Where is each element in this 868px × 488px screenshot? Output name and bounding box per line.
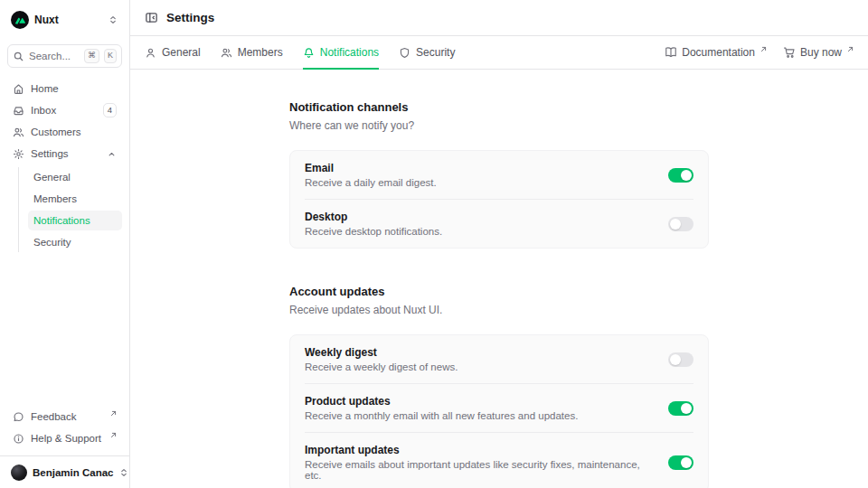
setting-title: Weekly digest xyxy=(305,346,646,359)
setting-description: Receive desktop notifications. xyxy=(305,226,646,237)
product-updates-toggle[interactable] xyxy=(668,401,693,416)
setting-title: Product updates xyxy=(305,395,646,408)
setting-row-product-updates: Product updates Receive a monthly email … xyxy=(305,383,693,432)
search-input[interactable]: Search... ⌘ K xyxy=(7,44,122,68)
setting-row-desktop: Desktop Receive desktop notifications. xyxy=(305,199,693,248)
section-description: Receive updates about Nuxt UI. xyxy=(289,304,709,316)
sidebar-item-help-support[interactable]: Help & Support xyxy=(7,428,122,448)
chevron-expand-icon xyxy=(118,467,129,478)
info-circle-icon xyxy=(13,433,24,445)
user-avatar xyxy=(11,465,27,481)
section-title: Account updates xyxy=(289,285,709,298)
sidebar-item-inbox[interactable]: Inbox 4 xyxy=(7,100,122,120)
chevron-expand-icon xyxy=(108,14,118,25)
search-placeholder: Search... xyxy=(29,51,80,61)
settings-tabbar: General Members Notifications Security xyxy=(130,36,868,70)
chevron-up-icon xyxy=(107,149,117,159)
section-title: Notification channels xyxy=(289,100,709,114)
user-name: Benjamin Canac xyxy=(33,467,113,478)
settings-content: Notification channels Where can we notif… xyxy=(130,70,868,488)
setting-row-weekly-digest: Weekly digest Receive a weekly digest of… xyxy=(305,335,693,383)
documentation-link[interactable]: Documentation xyxy=(665,46,767,59)
shopping-cart-icon xyxy=(783,46,796,59)
sidebar-spacer xyxy=(7,252,122,407)
sidebar-item-feedback[interactable]: Feedback xyxy=(7,407,122,427)
section-notification-channels: Notification channels Where can we notif… xyxy=(289,100,709,249)
settings-gear-icon xyxy=(13,148,24,160)
buy-now-link[interactable]: Buy now xyxy=(783,46,854,59)
weekly-digest-toggle[interactable] xyxy=(668,352,693,367)
setting-title: Important updates xyxy=(305,444,646,456)
inbox-count-badge: 4 xyxy=(103,103,117,117)
setting-description: Receive a weekly digest of news. xyxy=(305,361,646,372)
bell-icon xyxy=(303,47,315,59)
setting-description: Receive emails about important updates l… xyxy=(305,459,646,481)
external-link-icon xyxy=(847,42,854,55)
kbd-meta: ⌘ xyxy=(84,49,99,63)
home-icon xyxy=(13,83,24,95)
settings-card: Weekly digest Receive a weekly digest of… xyxy=(289,334,709,488)
toggle-knob xyxy=(681,457,692,468)
main-area: Settings General Members Notifications xyxy=(130,0,868,488)
email-toggle[interactable] xyxy=(668,168,693,183)
search-icon xyxy=(13,51,24,62)
workspace-name: Nuxt xyxy=(34,14,102,26)
inbox-icon xyxy=(13,105,24,117)
sidebar-item-settings-general[interactable]: General xyxy=(28,167,122,187)
sidebar-divider xyxy=(0,455,129,456)
sidebar-item-settings-notifications[interactable]: Notifications xyxy=(28,211,122,230)
sidebar-nav: Home Inbox 4 Customers Settings xyxy=(7,79,122,252)
important-updates-toggle[interactable] xyxy=(668,455,693,470)
tab-security[interactable]: Security xyxy=(399,36,455,69)
user-menu[interactable]: Benjamin Canac xyxy=(7,463,122,483)
external-link-icon xyxy=(110,408,117,418)
sidebar-footer: Feedback Help & Support xyxy=(7,407,122,448)
page-title: Settings xyxy=(166,11,214,24)
tab-notifications[interactable]: Notifications xyxy=(303,36,379,69)
desktop-toggle[interactable] xyxy=(668,217,693,231)
toggle-knob xyxy=(670,354,681,365)
tab-members[interactable]: Members xyxy=(221,36,283,69)
setting-row-important-updates: Important updates Receive emails about i… xyxy=(305,432,693,488)
setting-description: Receive a daily email digest. xyxy=(305,177,646,188)
settings-card: Email Receive a daily email digest. Desk… xyxy=(289,150,709,249)
page-header: Settings xyxy=(130,0,868,36)
setting-title: Desktop xyxy=(305,211,646,223)
sidebar-item-home[interactable]: Home xyxy=(7,79,122,99)
kbd-k: K xyxy=(104,49,117,63)
panel-left-close-icon[interactable] xyxy=(145,11,158,24)
sidebar-item-customers[interactable]: Customers xyxy=(7,122,122,142)
toggle-knob xyxy=(681,170,692,181)
sidebar: Nuxt Search... ⌘ K Home xyxy=(0,0,130,488)
settings-sub-list: General Members Notifications Security xyxy=(18,167,122,252)
toggle-knob xyxy=(681,403,692,414)
book-open-icon xyxy=(665,46,677,59)
tab-general[interactable]: General xyxy=(145,36,201,69)
feedback-icon xyxy=(13,411,24,423)
setting-row-email: Email Receive a daily email digest. xyxy=(305,151,693,199)
setting-description: Receive a monthly email with all new fea… xyxy=(305,410,646,421)
users-icon xyxy=(221,47,232,59)
setting-title: Email xyxy=(305,162,646,174)
sidebar-item-settings-members[interactable]: Members xyxy=(28,189,122,209)
toggle-knob xyxy=(670,219,681,230)
nuxt-logo-icon xyxy=(11,11,29,29)
workspace-switcher[interactable]: Nuxt xyxy=(7,9,122,31)
app-window: Nuxt Search... ⌘ K Home xyxy=(0,0,868,488)
user-icon xyxy=(145,47,156,59)
sidebar-item-settings[interactable]: Settings xyxy=(7,144,122,164)
sidebar-item-settings-security[interactable]: Security xyxy=(28,232,122,252)
section-account-updates: Account updates Receive updates about Nu… xyxy=(289,285,709,488)
header-links: Documentation Buy now xyxy=(665,46,854,59)
section-description: Where can we notify you? xyxy=(289,119,709,132)
external-link-icon xyxy=(760,42,767,55)
external-link-icon xyxy=(110,429,117,440)
shield-icon xyxy=(399,47,410,59)
customers-icon xyxy=(13,127,24,138)
